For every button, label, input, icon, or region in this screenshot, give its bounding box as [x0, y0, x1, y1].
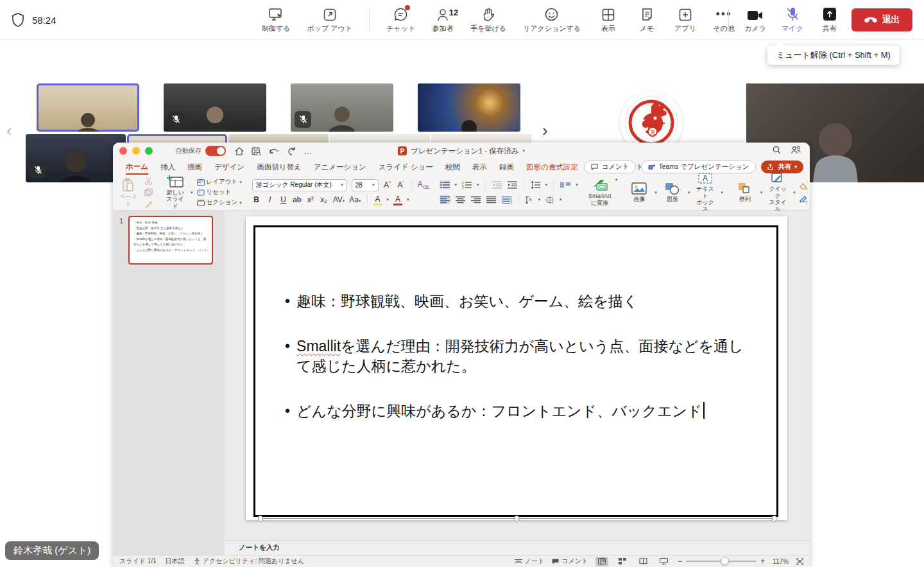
present-in-teams-button[interactable]: T Teams でプレゼンテーション [641, 161, 756, 173]
take-control-button[interactable]: 制御する [262, 7, 291, 33]
clear-formatting-button[interactable]: A⌫ [418, 180, 429, 190]
minimize-window-button[interactable] [132, 147, 140, 155]
normal-view-button[interactable] [595, 557, 608, 566]
insert-textbox-button[interactable]: A テキストボックス [694, 172, 717, 212]
view-button[interactable]: 表示 [597, 7, 619, 33]
zoom-slider-knob[interactable] [721, 557, 729, 565]
meeting-notes-button[interactable]: メモ [636, 7, 658, 33]
reading-view-button[interactable] [637, 557, 649, 566]
chat-button[interactable]: チャット [386, 7, 415, 33]
chevron-down-icon[interactable]: ▾ [455, 182, 458, 188]
text-direction-button[interactable]: A [524, 195, 534, 205]
layout-button[interactable]: レイアウト▾ [197, 178, 242, 186]
reset-button[interactable]: リセット [197, 188, 242, 196]
slide-canvas[interactable]: • 趣味：野球観戦、映画、お笑い、ゲーム、絵を描く • Smallitを選んだ理… [246, 216, 787, 520]
document-title[interactable]: P プレゼンテーション1 - 保存済み ▾ [398, 146, 525, 156]
notes-toggle-button[interactable]: ノート [515, 557, 544, 566]
chevron-down-icon[interactable]: ▾ [560, 197, 562, 202]
chevron-down-icon[interactable]: ▾ [688, 190, 690, 195]
zoom-out-button[interactable]: − [678, 557, 682, 566]
tab-design[interactable]: デザイン [214, 161, 244, 174]
distribute-text-button[interactable] [501, 195, 512, 204]
tab-draw[interactable]: 描画 [187, 161, 202, 174]
resize-handle-center[interactable] [515, 516, 519, 521]
mic-button-muted[interactable]: マイク [782, 7, 803, 33]
fit-slide-button[interactable] [796, 558, 803, 565]
copy-icon[interactable] [144, 188, 153, 197]
increase-indent-button[interactable] [507, 180, 518, 189]
slideshow-view-button[interactable] [657, 557, 670, 566]
tab-home[interactable]: ホーム [126, 160, 148, 175]
leave-meeting-button[interactable]: 退出 [851, 8, 912, 31]
change-case-button[interactable]: Aa▾ [349, 195, 361, 204]
decrease-indent-button[interactable] [492, 180, 502, 189]
zoom-slider-track[interactable] [686, 561, 757, 562]
align-center-button[interactable] [455, 195, 466, 204]
cut-icon[interactable] [144, 176, 153, 186]
share-people-icon[interactable] [791, 146, 801, 154]
align-left-button[interactable] [440, 195, 450, 204]
font-color-button[interactable]: A [393, 195, 402, 205]
participant-video[interactable] [164, 83, 266, 132]
paste-button[interactable]: ペースト [117, 178, 140, 207]
bullets-button[interactable] [440, 180, 450, 189]
ppt-share-button[interactable]: 共有 ▾ [761, 161, 803, 173]
font-name-select[interactable]: 游ゴシック Regular (本文)▾ [252, 179, 347, 191]
increase-font-button[interactable]: A^ [383, 180, 392, 189]
participant-video[interactable] [291, 83, 393, 132]
react-button[interactable]: リアクションする [523, 7, 581, 33]
save-icon[interactable] [252, 147, 261, 155]
tab-animations[interactable]: アニメーション [314, 161, 366, 174]
superscript-button[interactable]: x² [306, 195, 315, 204]
chevron-down-icon[interactable]: ▾ [721, 190, 723, 195]
share-screen-button[interactable]: 共有 [819, 7, 841, 33]
format-painter-icon[interactable] [144, 199, 153, 209]
shape-outline-button[interactable]: 図形の枠線▾ [800, 195, 810, 203]
tab-record[interactable]: 録画 [499, 161, 514, 174]
tab-insert[interactable]: 挿入 [160, 161, 175, 174]
chevron-down-icon[interactable]: ▾ [477, 182, 479, 188]
insert-picture-button[interactable]: 画像 [628, 182, 651, 202]
line-spacing-button[interactable] [530, 180, 541, 189]
chevron-down-icon[interactable]: ▾ [576, 182, 578, 188]
underline-button[interactable]: U [279, 195, 288, 204]
camera-button[interactable]: カメラ [744, 7, 766, 33]
tab-slideshow[interactable]: スライド ショー [379, 161, 433, 174]
comments-toggle-button[interactable]: コメント [552, 557, 588, 566]
font-size-select[interactable]: 28▾ [352, 179, 379, 191]
chevron-down-icon[interactable]: ▾ [615, 177, 618, 207]
subscript-button[interactable]: x₂ [320, 195, 329, 204]
align-right-button[interactable] [470, 195, 481, 204]
chevron-down-icon[interactable]: ▾ [191, 190, 193, 195]
justify-button[interactable] [486, 195, 497, 204]
chevron-down-icon[interactable]: ▾ [760, 190, 763, 195]
popout-button[interactable]: ポップ アウト [307, 7, 353, 33]
gallery-scroll-right-icon[interactable]: › [542, 122, 548, 139]
shape-fill-button[interactable]: 図形の塗りつぶし▾ [800, 182, 810, 191]
decrease-font-button[interactable]: Aˇ [397, 180, 406, 189]
search-icon[interactable] [773, 146, 781, 154]
tab-shape-format[interactable]: 図形の書式設定 [526, 161, 578, 174]
chevron-down-icon[interactable]: ▾ [793, 190, 796, 195]
slide-textbox[interactable]: • 趣味：野球観戦、映画、お笑い、ゲーム、絵を描く • Smallitを選んだ理… [253, 225, 778, 517]
tab-view[interactable]: 表示 [472, 161, 487, 174]
quick-styles-button[interactable]: クイックスタイル [766, 172, 789, 212]
resize-handle-left[interactable] [258, 516, 262, 521]
new-slide-button[interactable]: 新しいスライド [164, 175, 187, 209]
autosave-toggle[interactable] [205, 146, 226, 156]
section-button[interactable]: セクション▾ [197, 198, 242, 207]
character-spacing-button[interactable]: AV▾ [333, 195, 345, 204]
strikethrough-button[interactable]: ab [293, 195, 302, 204]
convert-smartart-button[interactable]: SmartArtに変換 [588, 177, 612, 207]
align-text-button[interactable] [545, 195, 555, 205]
highlight-color-button[interactable]: A [373, 195, 382, 205]
slide-sorter-view-button[interactable] [616, 557, 629, 566]
zoom-window-button[interactable] [145, 147, 153, 155]
notes-pane[interactable]: ノートを入力 [225, 540, 810, 555]
arrange-button[interactable]: 整列 [733, 182, 757, 202]
italic-button[interactable]: I [266, 195, 275, 204]
tab-transitions[interactable]: 画面切り替え [257, 161, 302, 174]
redo-icon[interactable] [287, 147, 296, 155]
numbering-button[interactable]: 123 [461, 180, 472, 189]
chevron-down-icon[interactable]: ▾ [538, 197, 541, 202]
